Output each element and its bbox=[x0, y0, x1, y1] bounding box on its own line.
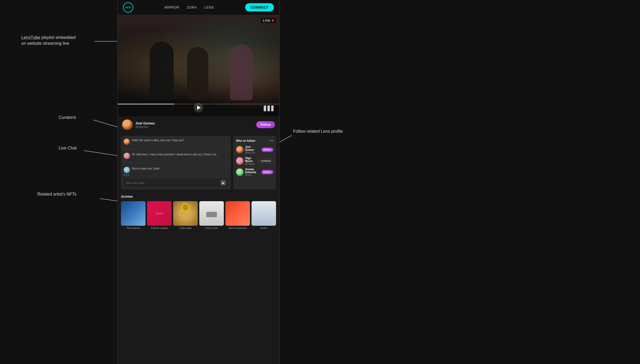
stream-container: LIVE ▋▋▋ bbox=[118, 15, 279, 116]
follow-button-3[interactable]: Follow bbox=[262, 170, 274, 174]
nft-item-2[interactable]: Podrval Capella bbox=[147, 201, 172, 229]
nft-item-5[interactable]: Wall of Memories bbox=[225, 201, 250, 229]
chat-input-area: ▶ bbox=[124, 179, 228, 187]
chat-avatar-1 bbox=[124, 139, 130, 145]
lenstube-link: LensTube bbox=[21, 35, 40, 40]
connect-button[interactable]: CONNECT bbox=[245, 3, 274, 11]
follow-item-3: Amelia Edwards @NuL Follow bbox=[236, 168, 273, 176]
chat-message-1: Hello! My name is Alex, how can I help y… bbox=[124, 139, 228, 145]
follow-item-2: Olga Myers @OlgaM Unfollow bbox=[236, 157, 273, 165]
annotation-curator: Curator/s bbox=[59, 115, 76, 120]
chat-text-3: Nice to meet you, Julia! bbox=[132, 167, 160, 171]
chat-message-3: Nice to meet you, Julia! bbox=[124, 167, 228, 173]
nft-table bbox=[206, 212, 217, 217]
follow-title: Who to follow bbox=[236, 139, 255, 142]
nft-circle bbox=[181, 203, 189, 211]
follow-name-3: Amelia Edwards bbox=[245, 168, 260, 174]
follow-button-1[interactable]: Follow bbox=[262, 148, 274, 152]
follow-info-1: Joel Gomez @NuL0or bbox=[245, 145, 260, 154]
annotation-nfts: Related artist's NFTs bbox=[37, 191, 76, 197]
play-icon bbox=[197, 106, 201, 110]
follow-info-3: Amelia Edwards @NuL bbox=[245, 168, 260, 176]
nav-links: MIRROR ZORA LENS bbox=[164, 5, 214, 9]
nft-thumb-5 bbox=[225, 201, 250, 226]
logo: UFO bbox=[123, 2, 133, 13]
typing-indicator bbox=[124, 173, 228, 177]
nft-thumb-3 bbox=[173, 201, 198, 226]
follow-header: Who to follow ••• bbox=[236, 139, 273, 143]
live-label: LIVE bbox=[263, 19, 270, 22]
chat-messages: Hello! My name is Alex, how can I help y… bbox=[124, 139, 228, 173]
follow-item-1: Joel Gomez @NuL0or Follow bbox=[236, 145, 273, 154]
nft-thumb-2 bbox=[147, 201, 172, 226]
chat-divider-2 bbox=[124, 163, 228, 163]
follow-avatar-2 bbox=[236, 157, 244, 165]
follow-name-2: Olga Myers bbox=[245, 157, 257, 163]
nft-thumb-6 bbox=[252, 201, 276, 226]
figure-1 bbox=[150, 42, 174, 100]
annotation-lenstube: LensTube playlist embeddedon website str… bbox=[21, 35, 76, 47]
follow-avatar-1 bbox=[236, 146, 244, 153]
chat-input[interactable] bbox=[126, 181, 219, 184]
curator-name: Joel Gomez bbox=[135, 121, 254, 125]
more-button[interactable]: ••• bbox=[269, 139, 273, 143]
follow-avatar-3 bbox=[236, 168, 244, 176]
send-button[interactable]: ▶ bbox=[221, 180, 226, 185]
nft-item-1[interactable]: The Notional bbox=[121, 201, 145, 229]
nft-label-3: Sofie Lattre bbox=[179, 227, 192, 229]
nav-zora[interactable]: ZORA bbox=[187, 5, 197, 9]
nft-thumb-4 bbox=[199, 201, 224, 226]
chat-message-2: Hi! Julia here, I have a few question I … bbox=[124, 153, 228, 159]
nft-item-4[interactable]: Cherry Tree bbox=[199, 201, 224, 229]
figure-2 bbox=[187, 47, 208, 100]
play-button[interactable] bbox=[194, 103, 203, 112]
curator-handle: @NUL0or bbox=[135, 125, 254, 128]
nft-grid: The Notional Podrval Capella Sofie Lattr… bbox=[121, 201, 276, 229]
nft-label-2: Podrval Capella bbox=[151, 227, 168, 229]
chat-text-1: Hello! My name is Alex, how can I help y… bbox=[132, 139, 184, 142]
nav-mirror[interactable]: MIRROR bbox=[164, 5, 179, 9]
main-content: Hello! My name is Alex, how can I help y… bbox=[118, 133, 279, 192]
chat-avatar-2 bbox=[124, 153, 130, 159]
archive-section: Archive The Notional Podrval Capella Sof… bbox=[118, 192, 279, 232]
typing-dot-1 bbox=[124, 174, 125, 176]
typing-dot-2 bbox=[126, 174, 127, 176]
app-window: UFO MIRROR ZORA LENS CONNECT LIVE ▋▋▋ bbox=[117, 0, 280, 364]
chat-divider-1 bbox=[124, 149, 228, 149]
archive-title: Archive bbox=[121, 195, 276, 199]
curator-follow-button[interactable]: Follow bbox=[256, 121, 275, 128]
figure-3 bbox=[230, 44, 253, 100]
curator-avatar bbox=[122, 119, 133, 130]
nft-label-1: The Notional bbox=[126, 227, 140, 229]
live-dot bbox=[272, 19, 274, 22]
follow-handle-1: @NuL0or bbox=[245, 151, 260, 154]
annotation-lens: Follow related Lens profile bbox=[293, 128, 343, 134]
nft-thumb-1 bbox=[121, 201, 145, 226]
nft-label-6: Norlen bbox=[260, 227, 268, 229]
follow-section: Who to follow ••• Joel Gomez @NuL0or Fol… bbox=[233, 136, 276, 189]
live-badge: LIVE bbox=[261, 18, 276, 23]
avatar-inner bbox=[122, 119, 133, 130]
logo-circle: UFO bbox=[123, 2, 133, 13]
chat-avatar-3 bbox=[124, 167, 130, 173]
progress-fill bbox=[118, 104, 174, 104]
send-icon: ▶ bbox=[222, 181, 224, 184]
audio-icon[interactable]: ▋▋▋ bbox=[264, 106, 275, 111]
nft-label-5: Wall of Memories bbox=[228, 227, 247, 229]
nft-item-6[interactable]: Norlen bbox=[252, 201, 276, 229]
curator-section: Joel Gomez @NUL0or Follow bbox=[118, 116, 279, 133]
typing-dot-3 bbox=[128, 174, 129, 176]
nft-label-4: Cherry Tree bbox=[205, 227, 218, 229]
curator-info: Joel Gomez @NUL0or bbox=[135, 121, 254, 128]
follow-handle-2: @OlgaM bbox=[245, 163, 257, 165]
follow-name-1: Joel Gomez bbox=[245, 145, 260, 151]
navbar: UFO MIRROR ZORA LENS CONNECT bbox=[118, 0, 279, 15]
follow-handle-3: @NuL bbox=[245, 174, 260, 176]
follow-info-2: Olga Myers @OlgaM bbox=[245, 157, 257, 165]
nft-item-3[interactable]: Sofie Lattre bbox=[173, 201, 198, 229]
chat-text-2: Hi! Julia here, I have a few question I … bbox=[132, 153, 218, 156]
unfollow-button-2[interactable]: Unfollow bbox=[258, 159, 273, 163]
nav-lens[interactable]: LENS bbox=[204, 5, 214, 9]
chat-section: Hello! My name is Alex, how can I help y… bbox=[121, 136, 231, 189]
annotation-livechat: Live Chat bbox=[59, 145, 77, 151]
